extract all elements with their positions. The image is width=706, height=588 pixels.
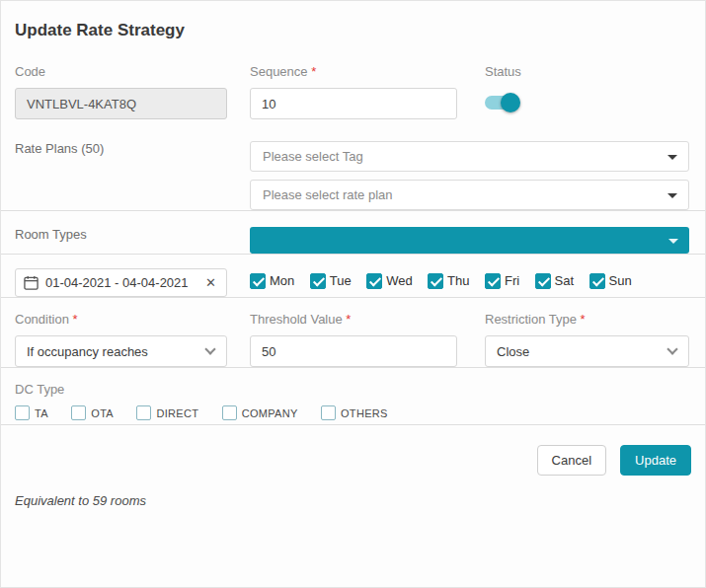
- weekday-checkbox-tue[interactable]: Tue: [310, 273, 352, 289]
- dc-option-label: TA: [35, 407, 48, 419]
- weekday-checkbox-fri[interactable]: Fri: [485, 273, 519, 289]
- checkbox-checked-icon: [250, 273, 266, 289]
- rate-plans-row: Rate Plans (50) Please select Tag Please…: [15, 141, 691, 210]
- condition-label: Condition *: [15, 312, 227, 327]
- condition-row: Condition * If occupancy reaches Thresho…: [15, 312, 691, 367]
- caret-down-icon: [667, 193, 677, 198]
- threshold-input[interactable]: 50: [250, 335, 457, 367]
- dc-type-label: DC Type: [15, 382, 691, 397]
- weekday-label: Tue: [330, 273, 352, 288]
- room-types-label-col: Room Types: [15, 227, 250, 251]
- condition-field-group: Condition * If occupancy reaches: [15, 312, 227, 367]
- threshold-label-text: Threshold Value: [250, 312, 343, 327]
- weekday-checkbox-sat[interactable]: Sat: [535, 273, 575, 289]
- date-range-value: 01-04-2021 - 04-04-2021: [45, 275, 203, 290]
- condition-label-text: Condition: [15, 312, 69, 327]
- divider: [1, 367, 705, 368]
- caret-down-icon: [668, 239, 678, 244]
- weekday-label: Wed: [386, 273, 413, 288]
- room-types-select[interactable]: [250, 227, 689, 254]
- chevron-down-icon: [204, 343, 215, 354]
- dc-option-label: COMPANY: [242, 407, 298, 419]
- date-range-field[interactable]: 01-04-2021 - 04-04-2021 ✕: [15, 268, 227, 297]
- status-field-group: Status: [485, 64, 521, 116]
- dc-checkbox-company[interactable]: COMPANY: [222, 405, 298, 420]
- tag-select-placeholder: Please select Tag: [263, 149, 363, 164]
- weekday-label: Thu: [447, 273, 469, 288]
- page-title: Update Rate Strategy: [15, 21, 691, 40]
- divider: [1, 210, 705, 211]
- update-rate-strategy-form: Update Rate Strategy Code VNTLBVL-4KAT8Q…: [0, 0, 706, 588]
- dc-option-label: OTA: [91, 407, 114, 419]
- weekday-label: Mon: [270, 273, 294, 288]
- threshold-value: 50: [262, 344, 275, 359]
- checkbox-checked-icon: [310, 273, 326, 289]
- code-value: VNTLBVL-4KAT8Q: [27, 97, 136, 111]
- divider: [1, 254, 705, 255]
- rate-plans-label: Rate Plans (50): [15, 141, 250, 156]
- code-sequence-status-row: Code VNTLBVL-4KAT8Q Sequence * 10 Status: [15, 64, 691, 119]
- toggle-knob-icon: [501, 93, 520, 112]
- weekday-checkbox-thu[interactable]: Thu: [428, 273, 469, 289]
- dc-checkbox-ota[interactable]: OTA: [71, 405, 114, 420]
- checkbox-checked-icon: [535, 273, 551, 289]
- dc-option-label: OTHERS: [341, 407, 388, 419]
- status-toggle[interactable]: [485, 93, 520, 112]
- dc-checkbox-others[interactable]: OTHERS: [321, 405, 388, 420]
- equivalent-rooms-note: Equivalent to 59 rooms: [15, 493, 691, 508]
- clear-date-icon[interactable]: ✕: [203, 275, 218, 290]
- code-field-group: Code VNTLBVL-4KAT8Q: [15, 64, 227, 119]
- room-types-label: Room Types: [15, 227, 250, 242]
- checkbox-unchecked-icon: [321, 405, 336, 420]
- code-label: Code: [15, 64, 227, 79]
- update-button[interactable]: Update: [620, 445, 691, 476]
- code-input: VNTLBVL-4KAT8Q: [15, 88, 227, 119]
- sequence-label-text: Sequence: [250, 64, 308, 79]
- weekday-label: Fri: [505, 273, 519, 288]
- weekday-checkbox-sun[interactable]: Sun: [589, 273, 632, 289]
- required-asterisk: *: [311, 64, 316, 79]
- threshold-label: Threshold Value *: [250, 312, 457, 327]
- sequence-label: Sequence *: [250, 64, 457, 79]
- condition-select[interactable]: If occupancy reaches: [15, 335, 227, 367]
- restriction-value: Close: [497, 344, 529, 359]
- dc-type-section: DC Type TA OTA DIRECT COMPANY OTHERS: [15, 382, 691, 424]
- status-label: Status: [485, 64, 521, 79]
- required-asterisk: *: [73, 312, 78, 327]
- rate-plans-label-col: Rate Plans (50): [15, 141, 250, 165]
- weekday-label: Sun: [609, 273, 632, 288]
- weekday-checkbox-wed[interactable]: Wed: [366, 273, 413, 289]
- required-asterisk: *: [581, 312, 586, 327]
- rate-plans-selects: Please select Tag Please select rate pla…: [250, 141, 689, 210]
- checkbox-checked-icon: [428, 273, 443, 289]
- room-types-row: Room Types: [15, 227, 691, 254]
- restriction-label-text: Restriction Type: [485, 312, 577, 327]
- dc-checkbox-ta[interactable]: TA: [15, 405, 48, 420]
- divider: [1, 297, 705, 298]
- threshold-field-group: Threshold Value * 50: [250, 312, 457, 367]
- checkbox-checked-icon: [366, 273, 382, 289]
- checkbox-unchecked-icon: [136, 405, 151, 420]
- weekday-label: Sat: [555, 273, 575, 288]
- checkbox-unchecked-icon: [222, 405, 237, 420]
- checkbox-unchecked-icon: [71, 405, 86, 420]
- dc-type-checkboxes: TA OTA DIRECT COMPANY OTHERS: [15, 405, 691, 424]
- weekday-checkboxes: Mon Tue Wed Thu Fri Sat: [250, 273, 643, 293]
- dc-option-label: DIRECT: [156, 407, 198, 419]
- required-asterisk: *: [346, 312, 351, 327]
- dc-checkbox-direct[interactable]: DIRECT: [136, 405, 198, 420]
- rate-plan-placeholder: Please select rate plan: [263, 187, 393, 202]
- room-types-select-col: [250, 227, 689, 254]
- weekday-checkbox-mon[interactable]: Mon: [250, 273, 294, 289]
- tag-select[interactable]: Please select Tag: [250, 141, 689, 172]
- rate-plan-select[interactable]: Please select rate plan: [250, 180, 689, 210]
- checkbox-checked-icon: [589, 273, 605, 289]
- sequence-field-group: Sequence * 10: [250, 64, 457, 119]
- cancel-button[interactable]: Cancel: [537, 445, 606, 476]
- chevron-down-icon: [667, 343, 677, 354]
- checkbox-unchecked-icon: [15, 405, 30, 420]
- caret-down-icon: [667, 155, 677, 160]
- calendar-icon[interactable]: [24, 275, 39, 290]
- restriction-select[interactable]: Close: [485, 335, 689, 367]
- sequence-input[interactable]: 10: [250, 88, 457, 119]
